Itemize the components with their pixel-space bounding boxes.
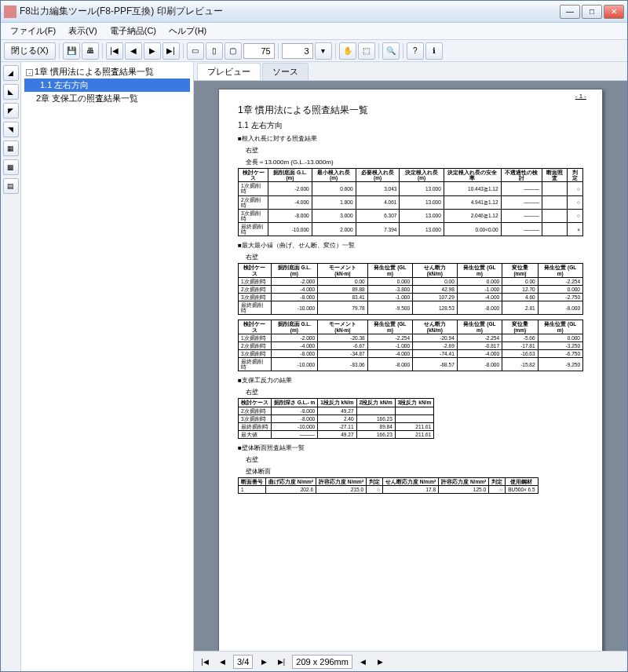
separator [403, 43, 403, 59]
section-4b: 壁体断面 [246, 467, 583, 476]
vtool-3-icon[interactable]: ◤ [3, 103, 19, 119]
nav-right-icon[interactable]: ▶ [374, 656, 387, 668]
separator [102, 43, 103, 59]
vtool-2-icon[interactable]: ◣ [3, 84, 19, 100]
separator [335, 43, 336, 59]
section-2a: 右壁 [246, 253, 583, 261]
prev-page-icon[interactable]: ◀ [125, 42, 142, 60]
tree-label: 2章 支保工の照査結果一覧 [36, 93, 138, 103]
tree-label: 1章 慣用法による照査結果一覧 [35, 67, 154, 76]
tree-node-ch1-1[interactable]: 1.1 左右方向 [24, 79, 190, 92]
section-1b: 全長＝13.000m (G.L.-13.000m) [246, 158, 583, 166]
preview-panel: プレビュー ソース - 1 - 1章 慣用法による照査結果一覧 1.1 左右方向… [194, 62, 627, 671]
app-icon [4, 5, 16, 18]
menu-file[interactable]: ファイル(F) [4, 24, 62, 38]
menu-deliver[interactable]: 電子納品(C) [104, 24, 162, 38]
vtool-6-icon[interactable]: ▩ [3, 159, 19, 175]
menu-view[interactable]: 表示(V) [62, 24, 104, 38]
vtool-1-icon[interactable]: ◢ [3, 65, 19, 81]
menu-help[interactable]: ヘルプ(H) [162, 24, 213, 38]
separator [59, 43, 60, 59]
table-reaction: 検討ケース掘削深さ G.L.- m1段反力 kN/m2段反力 kN/m3段反力 … [238, 398, 434, 439]
statusbar: |◀ ◀ 3/4 ▶ ▶| 209 x 296mm ◀ ▶ [194, 651, 627, 671]
tab-source[interactable]: ソース [262, 63, 309, 80]
close-button[interactable]: ✕ [604, 5, 624, 19]
nav-next-icon[interactable]: ▶ [257, 656, 270, 668]
zoom-field[interactable] [243, 43, 275, 59]
first-page-icon[interactable]: |◀ [106, 42, 123, 60]
vertical-toolbar: ◢ ◣ ◤ ◥ ▦ ▩ ▤ [1, 62, 21, 671]
table-section: 断面番号曲げ応力度 N/mm²許容応力度 N/mm²判定せん断応力度 N/mm²… [238, 477, 539, 494]
separator [278, 43, 279, 59]
section-4: ■壁体断面照査結果一覧 [238, 444, 583, 452]
last-page-icon[interactable]: ▶| [162, 42, 180, 60]
zoom-width-icon[interactable]: ▯ [206, 42, 223, 60]
info-icon[interactable]: ℹ [425, 42, 443, 60]
section-2: ■最大最小値（曲げ、せん断、変位）一覧 [238, 241, 583, 250]
window-controls: — □ ✕ [560, 5, 624, 19]
page-number: - 1 - [575, 93, 586, 100]
help-icon[interactable]: ? [407, 42, 424, 60]
page: - 1 - 1章 慣用法による照査結果一覧 1.1 左右方向 ■根入れ長に対する… [218, 89, 603, 651]
page-h2: 1.1 左右方向 [238, 120, 583, 131]
page-h1: 1章 慣用法による照査結果一覧 [238, 104, 583, 117]
tab-bar: プレビュー ソース [194, 62, 627, 81]
page-viewport[interactable]: - 1 - 1章 慣用法による照査結果一覧 1.1 左右方向 ■根入れ長に対する… [194, 81, 627, 651]
collapse-icon[interactable]: - [26, 69, 33, 76]
section-4a: 右壁 [246, 455, 583, 464]
app-window: F8出力編集ツール(F8-PPF互換) 印刷プレビュー — □ ✕ ファイル(F… [0, 0, 628, 672]
section-3: ■支保工反力の結果 [238, 376, 583, 385]
titlebar: F8出力編集ツール(F8-PPF互換) 印刷プレビュー — □ ✕ [1, 1, 627, 23]
table-neire: 検討ケース掘削底面 G.L.(m)最小根入れ長 (m)必要根入れ長 (m)決定根… [238, 168, 583, 236]
save-icon[interactable]: 💾 [63, 42, 80, 60]
section-1a: 右壁 [246, 146, 583, 155]
separator [378, 43, 379, 59]
tree-node-ch2[interactable]: 2章 支保工の照査結果一覧 [24, 92, 190, 105]
hand-icon[interactable]: ✋ [339, 42, 356, 60]
page-combo[interactable] [282, 43, 313, 59]
close-preview-button[interactable]: 閉じる(X) [4, 42, 56, 60]
status-page: 3/4 [233, 655, 253, 669]
section-1: ■根入れ長に対する照査結果 [238, 134, 583, 143]
vtool-5-icon[interactable]: ▦ [3, 141, 19, 156]
tab-preview[interactable]: プレビュー [197, 63, 261, 80]
window-title: F8出力編集ツール(F8-PPF互換) 印刷プレビュー [20, 5, 560, 18]
next-page-icon[interactable]: ▶ [144, 42, 161, 60]
vtool-7-icon[interactable]: ▤ [3, 178, 19, 194]
toolbar: 閉じる(X) 💾 🖶 |◀ ◀ ▶ ▶| ▭ ▯ ▢ ▾ ✋ ⬚ 🔍 ? ℹ [1, 40, 627, 62]
zoom-fit-icon[interactable]: ▭ [187, 42, 204, 60]
nav-first-icon[interactable]: |◀ [199, 656, 211, 668]
select-icon[interactable]: ⬚ [358, 42, 375, 60]
nav-last-icon[interactable]: ▶| [275, 656, 287, 668]
nav-left-icon[interactable]: ◀ [357, 656, 370, 668]
menubar: ファイル(F) 表示(V) 電子納品(C) ヘルプ(H) [1, 23, 627, 40]
find-icon[interactable]: 🔍 [382, 42, 400, 60]
vtool-4-icon[interactable]: ◥ [3, 122, 19, 137]
minimize-button[interactable]: — [560, 5, 580, 19]
content-area: ◢ ◣ ◤ ◥ ▦ ▩ ▤ -1章 慣用法による照査結果一覧 1.1 左右方向 … [1, 62, 627, 671]
nav-prev-icon[interactable]: ◀ [216, 656, 228, 668]
zoom-page-icon[interactable]: ▢ [225, 42, 242, 60]
dropdown-icon[interactable]: ▾ [315, 42, 332, 60]
table-min: 検討ケース掘削底面 G.L.(m)モーメント (kN·m)発生位置 (GL m)… [238, 320, 583, 371]
section-3a: 右壁 [246, 388, 583, 396]
print-icon[interactable]: 🖶 [82, 42, 99, 60]
table-max: 検討ケース掘削底面 G.L.(m)モーメント (kN·m)発生位置 (GL m)… [238, 263, 583, 315]
tree-panel: -1章 慣用法による照査結果一覧 1.1 左右方向 2章 支保工の照査結果一覧 [21, 62, 194, 671]
tree-node-ch1[interactable]: -1章 慣用法による照査結果一覧 [24, 65, 190, 79]
status-size: 209 x 296mm [292, 655, 352, 669]
maximize-button[interactable]: □ [582, 5, 602, 19]
separator [183, 43, 184, 59]
